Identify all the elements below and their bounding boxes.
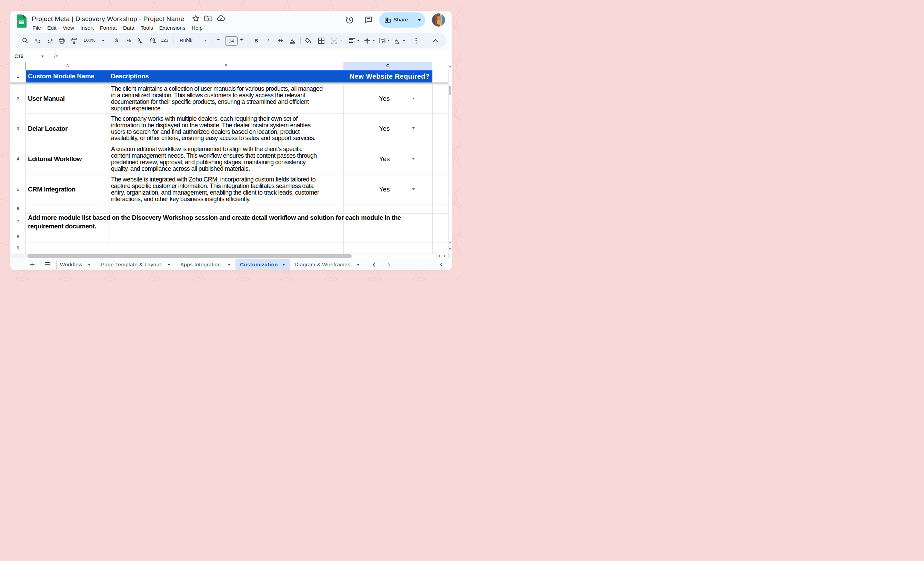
svg-text:A: A [395,38,398,43]
svg-text:A: A [291,37,294,42]
svg-text:.0: .0 [136,38,140,42]
svg-text:.00: .00 [149,38,155,42]
